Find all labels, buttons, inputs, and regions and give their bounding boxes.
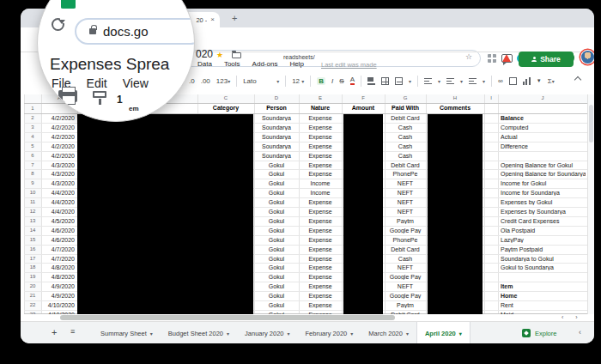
cell-J18[interactable]: Gokul to Soundarya bbox=[501, 264, 586, 270]
increase-decimal-button[interactable]: .00 bbox=[201, 77, 210, 85]
cell-E13[interactable]: Expense bbox=[299, 218, 342, 224]
move-folder-icon[interactable] bbox=[232, 52, 241, 58]
menu-item-data[interactable]: Data bbox=[197, 60, 212, 68]
cell-D10[interactable]: Gokul bbox=[254, 190, 299, 196]
cell-E18[interactable]: Expense bbox=[299, 264, 342, 270]
sheet-tab-menu-icon[interactable]: ▾ bbox=[406, 331, 409, 337]
header-cell-nature[interactable]: Nature bbox=[299, 105, 342, 111]
cell-A10[interactable]: 4/4/2020 bbox=[41, 190, 75, 196]
row-number-10[interactable]: 10 bbox=[24, 190, 41, 195]
cell-G13[interactable]: Paytm bbox=[385, 218, 426, 224]
cell-A8[interactable]: 4/3/2020 bbox=[41, 171, 75, 177]
cell-A5[interactable]: 4/2/2020 bbox=[41, 143, 75, 149]
cell-D7[interactable]: Gokul bbox=[254, 162, 299, 168]
row-number-18[interactable]: 18 bbox=[24, 264, 41, 270]
cell-J16[interactable]: Paytm Postpaid bbox=[501, 246, 586, 252]
scroll-arrows[interactable]: ‹ › bbox=[562, 314, 583, 320]
cell-E2[interactable]: Expense bbox=[299, 115, 342, 121]
cell-A3[interactable]: 4/2/2020 bbox=[41, 124, 75, 130]
cell-G12[interactable]: NEFT bbox=[385, 209, 426, 215]
cell-D6[interactable]: Soundarya bbox=[254, 153, 299, 159]
cell-E21[interactable]: Expense bbox=[299, 293, 342, 299]
cell-J22[interactable]: Rent bbox=[501, 302, 586, 308]
cell-G17[interactable]: Cash bbox=[385, 256, 426, 262]
menu-item-help[interactable]: Help bbox=[289, 60, 303, 68]
cell-A2[interactable]: 4/2/2020 bbox=[41, 115, 75, 121]
cell-A13[interactable]: 4/5/2020 bbox=[41, 218, 75, 224]
cell-D11[interactable]: Gokul bbox=[254, 199, 299, 205]
cell-E8[interactable]: Expense bbox=[299, 171, 342, 177]
cell-D21[interactable]: Gokul bbox=[254, 293, 299, 299]
row-number-1[interactable]: 1 bbox=[24, 106, 41, 111]
cell-J3[interactable]: Computed bbox=[501, 124, 586, 130]
header-cell-amount[interactable]: Amount bbox=[342, 105, 385, 111]
cell-E22[interactable]: Expense bbox=[299, 302, 342, 308]
cell-G19[interactable]: Google Pay bbox=[385, 274, 426, 280]
cell-J14[interactable]: Ola Postpaid bbox=[501, 228, 586, 234]
borders-icon[interactable] bbox=[381, 77, 389, 85]
column-header-G[interactable]: G bbox=[404, 95, 408, 100]
cell-G2[interactable]: Debit Card bbox=[385, 115, 426, 121]
sheet-tab-january-2020[interactable]: January 2020▾ bbox=[237, 322, 297, 343]
cell-G15[interactable]: PhonePe bbox=[385, 237, 426, 243]
row-number-4[interactable]: 4 bbox=[24, 134, 41, 139]
cell-J13[interactable]: Credit Card Expenses bbox=[501, 218, 586, 224]
cell-A14[interactable]: 4/6/2020 bbox=[41, 228, 75, 234]
cell-E4[interactable]: Expense bbox=[299, 134, 342, 140]
functions-button[interactable]: Σ▾ bbox=[548, 77, 555, 85]
row-number-8[interactable]: 8 bbox=[24, 171, 41, 176]
cell-A15[interactable]: 4/6/2020 bbox=[41, 237, 75, 243]
cell-A16[interactable]: 4/7/2020 bbox=[41, 246, 75, 252]
cell-A20[interactable]: 4/9/2020 bbox=[41, 283, 75, 289]
horizontal-align-icon[interactable] bbox=[424, 77, 432, 85]
add-sheet-button[interactable]: + bbox=[52, 327, 57, 337]
row-number-19[interactable]: 19 bbox=[24, 274, 41, 279]
cell-D12[interactable]: Gokul bbox=[254, 209, 299, 215]
cell-E3[interactable]: Expense bbox=[299, 124, 342, 130]
cell-E5[interactable]: Expense bbox=[299, 143, 342, 149]
cell-D8[interactable]: Gokul bbox=[254, 171, 299, 177]
cell-E10[interactable]: Income bbox=[299, 190, 342, 196]
cell-A22[interactable]: 4/10/2020 bbox=[41, 302, 75, 308]
bold-button[interactable]: B bbox=[317, 77, 325, 85]
cell-G20[interactable]: NEFT bbox=[385, 283, 426, 289]
cell-D15[interactable]: Gokul bbox=[254, 237, 299, 243]
row-number-5[interactable]: 5 bbox=[24, 143, 41, 149]
cell-E7[interactable]: Expense bbox=[299, 162, 342, 168]
last-edit-link[interactable]: Last edit was made bbox=[321, 61, 377, 69]
cell-J17[interactable]: Soundarya to Gokul bbox=[501, 256, 586, 262]
cell-A17[interactable]: 4/7/2020 bbox=[41, 256, 75, 262]
row-number-11[interactable]: 11 bbox=[24, 199, 41, 204]
merge-cells-icon[interactable] bbox=[395, 77, 403, 85]
row-number-16[interactable]: 16 bbox=[24, 246, 41, 252]
row-number-17[interactable]: 17 bbox=[24, 256, 41, 261]
sheet-tab-summary-sheet[interactable]: Summary Sheet▾ bbox=[93, 322, 161, 343]
cell-G5[interactable]: Cash bbox=[385, 143, 426, 149]
row-number-9[interactable]: 9 bbox=[24, 180, 41, 185]
row-number-14[interactable]: 14 bbox=[24, 228, 41, 233]
cell-J4[interactable]: Actual bbox=[501, 134, 586, 140]
cell-E19[interactable]: Expense bbox=[299, 274, 342, 280]
font-size-select[interactable]: 12 ▾ bbox=[292, 77, 304, 85]
doc-title[interactable]: 020 bbox=[196, 48, 213, 60]
cell-D4[interactable]: Soundarya bbox=[254, 134, 299, 140]
cell-D2[interactable]: Soundarya bbox=[254, 115, 299, 121]
cell-G4[interactable]: Cash bbox=[385, 134, 426, 140]
cell-E17[interactable]: Expense bbox=[299, 256, 342, 262]
cell-D9[interactable]: Gokul bbox=[254, 180, 299, 186]
italic-button[interactable]: I bbox=[331, 77, 333, 85]
cell-G16[interactable]: Debit Card bbox=[385, 246, 426, 252]
sheet-tab-menu-icon[interactable]: ▾ bbox=[227, 331, 229, 337]
cell-A9[interactable]: 4/3/2020 bbox=[41, 180, 75, 186]
cell-A18[interactable]: 4/8/2020 bbox=[41, 264, 75, 270]
vertical-scrollbar-thumb[interactable] bbox=[589, 105, 593, 143]
cell-G11[interactable]: NEFT bbox=[385, 199, 426, 205]
cell-J7[interactable]: Opening Balance for Gokul bbox=[501, 162, 586, 168]
sheet-tab-menu-icon[interactable]: ▾ bbox=[150, 331, 153, 337]
insert-comment-icon[interactable] bbox=[509, 77, 517, 85]
column-header-E[interactable]: E bbox=[319, 95, 322, 100]
cell-E20[interactable]: Expense bbox=[299, 283, 342, 289]
cell-G10[interactable]: NEFT bbox=[385, 190, 426, 196]
comment-icon[interactable] bbox=[501, 54, 513, 63]
sheet-tab-february-2020[interactable]: February 2020▾ bbox=[298, 322, 361, 343]
